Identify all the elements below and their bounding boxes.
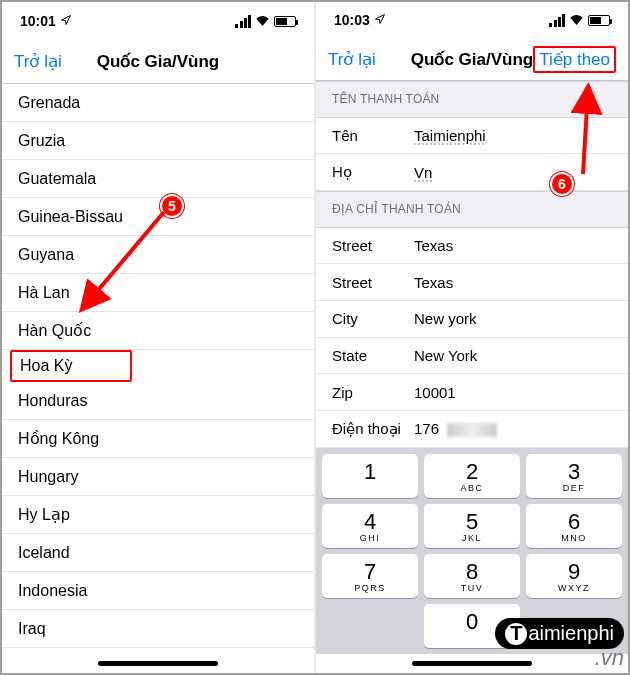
status-time: 10:03 — [334, 12, 370, 28]
key-6[interactable]: 6MNO — [526, 504, 622, 548]
phone-redacted — [447, 423, 497, 437]
field-label: Street — [316, 237, 414, 254]
field-street1[interactable]: Street Texas — [316, 228, 628, 265]
field-label: Tên — [316, 127, 414, 144]
next-button[interactable]: Tiếp theo — [533, 46, 616, 73]
key-4[interactable]: 4GHI — [322, 504, 418, 548]
watermark: Taimienphi .vn — [495, 618, 624, 671]
country-row[interactable]: Hàn Quốc — [2, 312, 314, 350]
left-phone: 10:01 Trở lại Quốc Gia/Vùng GrenadaGruzi… — [2, 2, 314, 673]
field-label: Điện thoại — [316, 420, 414, 438]
field-label: State — [316, 347, 414, 364]
back-button[interactable]: Trở lại — [328, 49, 376, 70]
field-value[interactable]: Texas — [414, 237, 628, 254]
field-ho[interactable]: Họ Vn — [316, 154, 628, 191]
key-5[interactable]: 5JKL — [424, 504, 520, 548]
battery-icon — [274, 16, 296, 27]
country-row[interactable]: Hoa Kỳ — [10, 350, 132, 382]
section-header-name: TÊN THANH TOÁN — [316, 81, 628, 118]
watermark-brand: aimienphi — [528, 622, 614, 645]
wifi-icon — [569, 12, 584, 28]
key-9[interactable]: 9WXYZ — [526, 554, 622, 598]
nav-bar: Trở lại Quốc Gia/Vùng Tiếp theo — [316, 39, 628, 81]
country-row[interactable]: Guyana — [2, 236, 314, 274]
country-row[interactable]: Gruzia — [2, 122, 314, 160]
field-value[interactable]: 176 — [414, 420, 628, 437]
field-value[interactable]: New york — [414, 310, 628, 327]
callout-5-badge: 5 — [160, 194, 184, 218]
field-state[interactable]: State New York — [316, 338, 628, 375]
country-row[interactable]: Iceland — [2, 534, 314, 572]
field-value[interactable]: Taimienphi — [414, 127, 628, 144]
nav-bar: Trở lại Quốc Gia/Vùng — [2, 40, 314, 84]
country-row[interactable]: Guatemala — [2, 160, 314, 198]
key-1[interactable]: 1 — [322, 454, 418, 498]
signal-icon — [235, 15, 251, 28]
country-row[interactable]: Hy Lạp — [2, 496, 314, 534]
watermark-suffix: .vn — [495, 645, 624, 671]
nav-title: Quốc Gia/Vùng — [411, 49, 533, 70]
status-right — [549, 12, 610, 28]
field-value[interactable]: 10001 — [414, 384, 628, 401]
field-phone[interactable]: Điện thoại 176 — [316, 411, 628, 448]
country-row[interactable]: Iraq — [2, 610, 314, 648]
right-phone: 10:03 Trở lại Quốc Gia/Vùng Tiếp theo TÊ… — [316, 2, 628, 673]
callout-6-badge: 6 — [550, 172, 574, 196]
country-row[interactable]: Honduras — [2, 382, 314, 420]
field-label: City — [316, 310, 414, 327]
section-header-addr: ĐỊA CHỈ THANH TOÁN — [316, 191, 628, 228]
country-row[interactable]: Guinea-Bissau — [2, 198, 314, 236]
field-street2[interactable]: Street Texas — [316, 264, 628, 301]
location-icon — [60, 13, 72, 29]
phone-prefix: 176 — [414, 420, 439, 437]
back-button[interactable]: Trở lại — [14, 51, 62, 72]
country-list[interactable]: GrenadaGruziaGuatemalaGuinea-BissauGuyan… — [2, 84, 314, 653]
status-bar: 10:01 — [2, 2, 314, 40]
country-row[interactable]: Hungary — [2, 458, 314, 496]
battery-icon — [588, 15, 610, 26]
country-row[interactable]: Hồng Kông — [2, 420, 314, 458]
country-row[interactable]: Indonesia — [2, 572, 314, 610]
key-2[interactable]: 2ABC — [424, 454, 520, 498]
nav-title: Quốc Gia/Vùng — [97, 51, 219, 72]
key-8[interactable]: 8TUV — [424, 554, 520, 598]
field-label: Họ — [316, 163, 414, 181]
status-bar: 10:03 — [316, 2, 628, 39]
field-ten[interactable]: Tên Taimienphi — [316, 118, 628, 155]
field-zip[interactable]: Zip 10001 — [316, 374, 628, 411]
status-time: 10:01 — [20, 13, 56, 29]
status-right — [235, 13, 296, 29]
country-row[interactable]: Grenada — [2, 84, 314, 122]
field-label: Street — [316, 274, 414, 291]
key-blank — [322, 604, 418, 648]
field-label: Zip — [316, 384, 414, 401]
location-icon — [374, 12, 386, 28]
key-7[interactable]: 7PQRS — [322, 554, 418, 598]
field-value[interactable]: New York — [414, 347, 628, 364]
country-row[interactable]: Hà Lan — [2, 274, 314, 312]
home-indicator[interactable] — [2, 653, 314, 673]
wifi-icon — [255, 13, 270, 29]
field-value[interactable]: Vn — [414, 164, 628, 181]
signal-icon — [549, 14, 565, 27]
field-city[interactable]: City New york — [316, 301, 628, 338]
key-3[interactable]: 3DEF — [526, 454, 622, 498]
field-value[interactable]: Texas — [414, 274, 628, 291]
